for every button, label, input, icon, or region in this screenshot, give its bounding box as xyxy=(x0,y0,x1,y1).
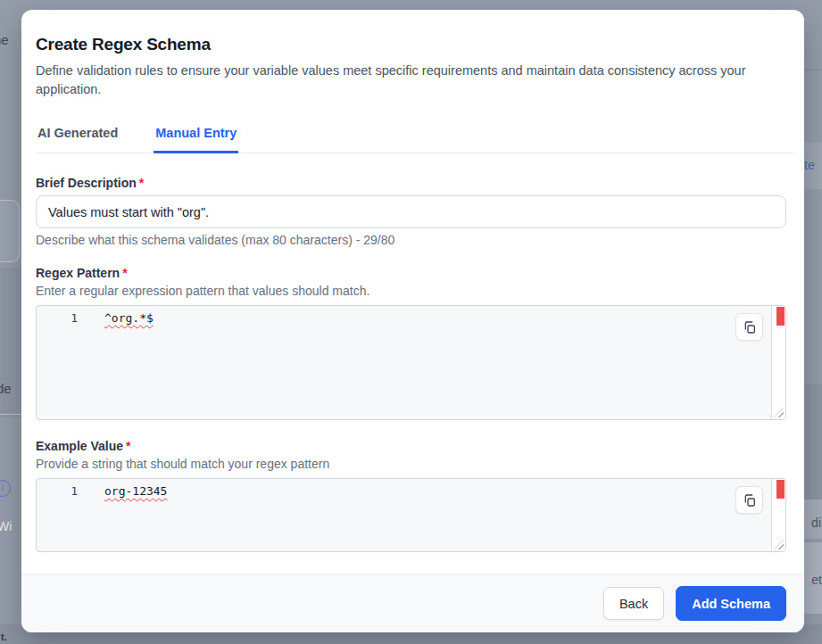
regex-pattern-label: Regex Pattern* xyxy=(36,266,128,280)
tab-bar: AI Generated Manual Entry xyxy=(36,126,793,153)
bg-text-fragment: di xyxy=(811,516,821,530)
tab-ai-generated[interactable]: AI Generated xyxy=(36,126,120,153)
modal-title: Create Regex Schema xyxy=(36,35,211,54)
brief-description-label: Brief Description* xyxy=(36,176,144,190)
add-schema-button[interactable]: Add Schema xyxy=(676,586,786,621)
required-asterisk: * xyxy=(139,176,144,190)
example-value-editor[interactable]: 1 org-12345 xyxy=(36,478,786,552)
bg-text-fragment: de xyxy=(0,381,12,396)
bg-shade xyxy=(804,384,822,500)
copy-button[interactable] xyxy=(735,486,763,514)
editor-line: 1 org-12345 xyxy=(37,479,785,498)
bg-text-fragment: ne xyxy=(0,32,9,47)
create-regex-schema-modal: Create Regex Schema Define validation ru… xyxy=(21,10,804,632)
modal-footer: Back Add Schema xyxy=(21,574,804,632)
screen: ne de i Wi t. te di et Create Regex Sche… xyxy=(0,0,822,644)
tab-manual-entry[interactable]: Manual Entry xyxy=(154,126,238,153)
example-code-text[interactable]: org-12345 xyxy=(89,484,167,498)
editor-line: 1 ^org.*$ xyxy=(37,306,785,325)
brief-description-helper: Describe what this schema validates (max… xyxy=(36,233,394,247)
copy-icon xyxy=(743,493,757,508)
example-value-label: Example Value* xyxy=(36,439,131,453)
bg-link-fragment: te xyxy=(804,158,822,172)
back-button[interactable]: Back xyxy=(603,587,664,620)
required-asterisk: * xyxy=(122,266,127,280)
bg-divider xyxy=(0,414,21,415)
required-asterisk: * xyxy=(126,439,130,453)
bg-divider xyxy=(804,70,822,70)
modal-description: Define validation rules to ensure your v… xyxy=(36,62,768,99)
bg-card-fragment xyxy=(0,200,20,262)
line-number: 1 xyxy=(37,311,89,325)
info-icon: i xyxy=(0,480,11,497)
regex-pattern-editor[interactable]: 1 ^org.*$ xyxy=(36,305,786,420)
regex-code-text[interactable]: ^org.*$ xyxy=(89,311,154,325)
regex-pattern-helper: Enter a regular expression pattern that … xyxy=(36,284,369,298)
error-marker xyxy=(776,307,785,326)
error-marker xyxy=(776,480,785,499)
line-number: 1 xyxy=(37,484,89,498)
bg-text-fragment: et xyxy=(811,573,822,587)
brief-description-input[interactable] xyxy=(36,195,786,228)
copy-icon xyxy=(743,320,757,334)
bg-text-fragment: Wi xyxy=(0,519,12,533)
copy-button[interactable] xyxy=(735,313,763,341)
example-value-helper: Provide a string that should match your … xyxy=(36,457,329,471)
